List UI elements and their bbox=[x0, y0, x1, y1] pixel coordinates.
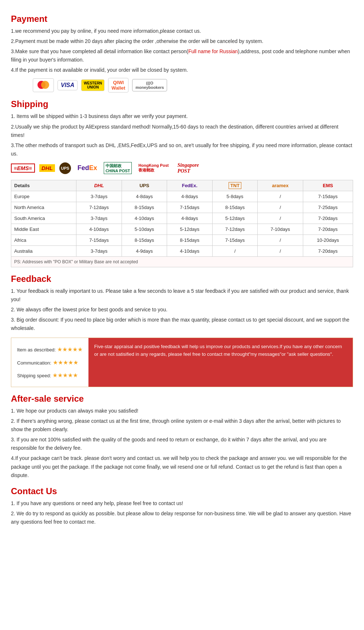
visa-icon: VISA bbox=[58, 80, 78, 90]
africa-aramex: / bbox=[258, 235, 303, 245]
northamerica-tnt: 8-15days bbox=[212, 202, 257, 213]
contactus-line-2: 2. We do try to respond as quickly as po… bbox=[11, 509, 353, 526]
ems-shipping-logo: ≡EMS≡ bbox=[11, 164, 35, 173]
northamerica-fedex: 7-15days bbox=[167, 202, 212, 213]
australia-tnt: / bbox=[212, 245, 257, 256]
shipping-table: Details DHL UPS FedEx. TNT aramex EMS Eu… bbox=[11, 180, 353, 267]
payment-line-3: 3.Make sure that you have completed all … bbox=[11, 47, 353, 64]
australia-aramex: / bbox=[258, 245, 303, 256]
feedback-message-right: Five-star appraisal and positive feedbac… bbox=[88, 338, 353, 387]
northamerica-ups: 8-15days bbox=[122, 202, 167, 213]
southamerica-fedex: 4-8days bbox=[167, 213, 212, 224]
region-africa: Africa bbox=[11, 235, 76, 245]
payment-line-2: 2.Payment must be made within 20 days af… bbox=[11, 37, 353, 46]
item-described-stars: ★★★★★ bbox=[57, 346, 83, 353]
table-row: Middle East 4-10days 5-10days 5-12days 7… bbox=[11, 224, 353, 235]
mastercard-icon bbox=[33, 78, 54, 92]
item-described-row: Item as described: ★★★★★ bbox=[17, 343, 83, 356]
table-row: Australia 3-7days 4-9days 4-10days / / 7… bbox=[11, 245, 353, 256]
svg-point-1 bbox=[41, 81, 49, 89]
region-southamerica: South America bbox=[11, 213, 76, 224]
europe-tnt: 5-8days bbox=[212, 191, 257, 202]
aftersale-section: 1. We hope our products can always make … bbox=[11, 407, 353, 480]
moneybookers-icon: (((Omoneybookers bbox=[132, 79, 167, 91]
ups-shipping-logo: UPS bbox=[59, 162, 71, 174]
middleeast-aramex: 7-10days bbox=[258, 224, 303, 235]
southamerica-ups: 4-10days bbox=[122, 213, 167, 224]
region-middleeast: Middle East bbox=[11, 224, 76, 235]
region-australia: Australia bbox=[11, 245, 76, 256]
europe-aramex: / bbox=[258, 191, 303, 202]
col-aramex: aramex bbox=[258, 180, 303, 191]
table-row: North America 7-12days 8-15days 7-15days… bbox=[11, 202, 353, 213]
southamerica-aramex: / bbox=[258, 213, 303, 224]
table-header-row: Details DHL UPS FedEx. TNT aramex EMS bbox=[11, 180, 353, 191]
northamerica-dhl: 7-12days bbox=[76, 202, 122, 213]
col-tnt: TNT bbox=[212, 180, 257, 191]
southamerica-dhl: 3-7days bbox=[76, 213, 122, 224]
shipping-line-1: 1. Items will be shipped within 1-3 busi… bbox=[11, 112, 353, 121]
payment-line-1: 1.we recommend you pay by online, if you… bbox=[11, 27, 353, 35]
western-union-icon: WESTERNUNION bbox=[81, 79, 104, 91]
payment-title: Payment bbox=[11, 14, 353, 24]
col-fedex: FedEx. bbox=[167, 180, 212, 191]
communication-stars: ★★★★★ bbox=[53, 359, 78, 366]
fedex-shipping-logo: FedEx bbox=[75, 164, 99, 173]
australia-fedex: 4-10days bbox=[167, 245, 212, 256]
po-box-notice: PS: Addresses with "PO BOX" or Military … bbox=[11, 256, 353, 267]
africa-ems: 10-20days bbox=[303, 235, 353, 245]
middleeast-ems: 7-20days bbox=[303, 224, 353, 235]
contactus-line-1: 1. If you have any questions or need any… bbox=[11, 499, 353, 508]
northamerica-aramex: / bbox=[258, 202, 303, 213]
shipping-logos-row: ≡EMS≡ DHL UPS FedEx 中国邮政CHINA POST HongK… bbox=[11, 162, 353, 175]
contactus-section: 1. If you have any questions or need any… bbox=[11, 499, 353, 526]
feedback-box: Item as described: ★★★★★ Communication: … bbox=[11, 338, 353, 387]
feedback-section: 1. Your feedback is really important to … bbox=[11, 287, 353, 332]
table-row: Africa 7-15days 8-15days 8-15days 7-15da… bbox=[11, 235, 353, 245]
africa-dhl: 7-15days bbox=[76, 235, 122, 245]
shipping-line-3: 3.The other methods of transport such as… bbox=[11, 141, 353, 158]
aftersale-title: After-sale service bbox=[11, 394, 353, 404]
shipping-speed-row: Shipping speed: ★★★★★ bbox=[17, 369, 83, 382]
australia-ems: 7-20days bbox=[303, 245, 353, 256]
feedback-title: Feedback bbox=[11, 274, 353, 284]
southamerica-ems: 7-20days bbox=[303, 213, 353, 224]
africa-tnt: 7-15days bbox=[212, 235, 257, 245]
feedback-line-1: 1. Your feedback is really important to … bbox=[11, 287, 353, 304]
table-row: South America 3-7days 4-10days 4-8days 5… bbox=[11, 213, 353, 224]
europe-dhl: 3-7days bbox=[76, 191, 122, 202]
communication-label: Communication: bbox=[17, 360, 51, 366]
shipping-speed-label: Shipping speed: bbox=[17, 373, 51, 378]
col-details: Details bbox=[11, 180, 76, 191]
payment-icons-row: VISA WESTERNUNION QIWIWallet (((Omoneybo… bbox=[33, 78, 353, 92]
russian-highlight: Full name for Russian bbox=[188, 48, 238, 54]
item-described-label: Item as described: bbox=[17, 347, 56, 353]
aftersale-line-4: 4.If your package can't be track. please… bbox=[11, 454, 353, 479]
hkpost-shipping-logo: HongKong Post香港郵政 bbox=[136, 162, 171, 174]
chinapost-shipping-logo: 中国邮政CHINA POST bbox=[104, 162, 132, 174]
aftersale-line-2: 2. If there's anything wrong, please con… bbox=[11, 417, 353, 434]
payment-section: 1.we recommend you pay by online, if you… bbox=[11, 27, 353, 74]
shipping-line-2: 2.Usually we ship the product by AliExpr… bbox=[11, 123, 353, 139]
table-row: Europe 3-7days 4-8days 4-8days 5-8days /… bbox=[11, 191, 353, 202]
shipping-title: Shipping bbox=[11, 99, 353, 109]
shipping-speed-stars: ★★★★★ bbox=[52, 372, 78, 378]
middleeast-tnt: 7-12days bbox=[212, 224, 257, 235]
middleeast-dhl: 4-10days bbox=[76, 224, 122, 235]
col-ups: UPS bbox=[122, 180, 167, 191]
contactus-title: Contact Us bbox=[11, 486, 353, 496]
europe-fedex: 4-8days bbox=[167, 191, 212, 202]
communication-row: Communication: ★★★★★ bbox=[17, 356, 83, 369]
payment-line-4: 4.If the payment is not available or inv… bbox=[11, 66, 353, 74]
feedback-line-2: 2. We always offer the lowest price for … bbox=[11, 306, 353, 314]
europe-ups: 4-8days bbox=[122, 191, 167, 202]
col-dhl: DHL bbox=[76, 180, 122, 191]
australia-ups: 4-9days bbox=[122, 245, 167, 256]
australia-dhl: 3-7days bbox=[76, 245, 122, 256]
feedback-ratings-left: Item as described: ★★★★★ Communication: … bbox=[11, 338, 88, 387]
region-northamerica: North America bbox=[11, 202, 76, 213]
aftersale-line-1: 1. We hope our products can always make … bbox=[11, 407, 353, 415]
sgpost-shipping-logo: SingaporePOST bbox=[175, 162, 201, 175]
feedback-line-3: 3. Big order discount: If you need to pl… bbox=[11, 316, 353, 332]
col-ems: EMS bbox=[303, 180, 353, 191]
